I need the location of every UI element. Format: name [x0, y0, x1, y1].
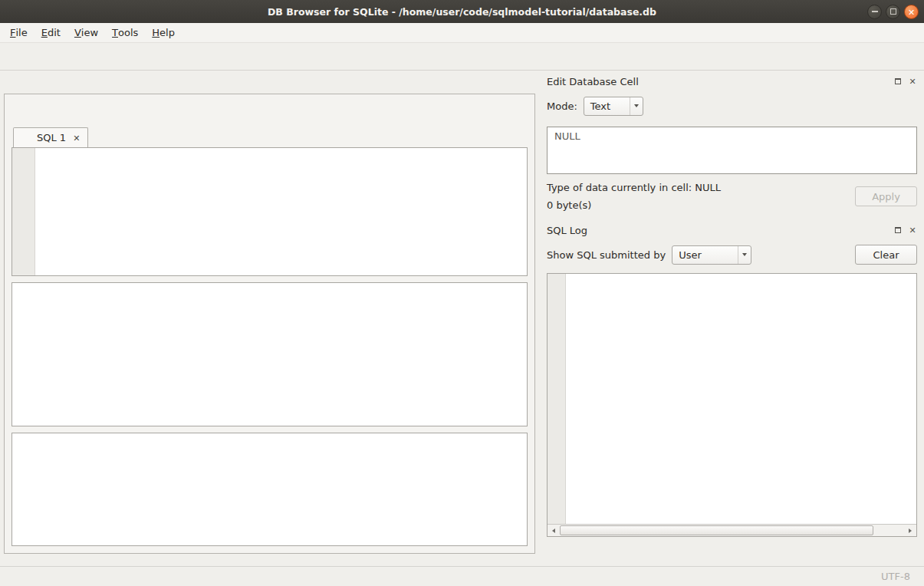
scroll-right-icon[interactable]: [904, 525, 916, 536]
clear-log-button[interactable]: Clear: [855, 245, 917, 265]
mode-dropdown[interactable]: Text: [584, 97, 643, 116]
close-panel-icon[interactable]: [908, 226, 917, 235]
results-message[interactable]: [12, 433, 528, 546]
sql-tab-label: SQL 1: [37, 132, 66, 143]
edit-cell-toolbar: Mode: Text: [547, 94, 917, 117]
sql-log-controls: Show SQL submitted by User Clear: [547, 243, 917, 266]
maximize-icon: [890, 8, 896, 15]
mode-value: Text: [590, 100, 610, 112]
app-window: DB Browser for SQLite - /home/user/code/…: [0, 0, 924, 586]
float-panel-icon[interactable]: [893, 226, 903, 235]
main-toolbar: [0, 43, 924, 71]
menu-edit[interactable]: Edit: [35, 23, 67, 42]
encoding-label: UTF-8: [881, 571, 910, 582]
right-pane: Edit Database Cell Mode: Text NULL: [541, 71, 924, 566]
menu-file[interactable]: File: [3, 23, 35, 42]
window-controls: [867, 0, 919, 23]
menu-view[interactable]: View: [67, 23, 105, 42]
minimize-icon: [872, 11, 878, 12]
sql-editor[interactable]: [12, 147, 528, 276]
sql-log-header-buttons: [893, 226, 917, 235]
log-filter-label: Show SQL submitted by: [547, 249, 666, 261]
edit-cell-title: Edit Database Cell: [547, 76, 639, 87]
close-icon: [908, 6, 915, 18]
editor-code: [35, 148, 527, 275]
sql-toolbar: [12, 98, 528, 124]
main-area: SQL 1 Edit Database Cell: [0, 71, 924, 566]
log-gutter: [547, 274, 566, 524]
log-code: [566, 274, 916, 524]
cell-size-label: 0 byte(s): [547, 199, 721, 211]
dock-tabs: [547, 544, 917, 565]
cell-value-text: NULL: [554, 130, 580, 142]
sql-tabbar: SQL 1: [12, 124, 528, 147]
float-panel-icon[interactable]: [893, 77, 903, 86]
log-filter-dropdown[interactable]: User: [672, 245, 751, 265]
execute-sql-panel: SQL 1: [4, 94, 535, 554]
cell-info: Type of data currently in cell: NULL 0 b…: [547, 182, 917, 211]
main-tabs: [0, 71, 541, 94]
close-window-button[interactable]: [904, 5, 919, 19]
edit-cell-header: Edit Database Cell: [547, 73, 917, 90]
scrollbar-track[interactable]: [560, 525, 904, 536]
left-pane: SQL 1: [0, 71, 541, 566]
menu-help[interactable]: Help: [145, 23, 182, 42]
apply-button[interactable]: Apply: [855, 186, 917, 206]
minimize-button[interactable]: [867, 5, 882, 19]
sql-log-area[interactable]: [547, 274, 916, 524]
mode-label: Mode:: [547, 100, 577, 112]
cell-type-label: Type of data currently in cell: NULL: [547, 182, 721, 193]
chevron-down-icon: [738, 246, 751, 264]
sql-log-box: [547, 273, 917, 537]
statusbar: UTF-8: [0, 566, 924, 586]
close-panel-icon[interactable]: [908, 77, 917, 86]
edit-cell-header-buttons: [893, 77, 917, 86]
window-title: DB Browser for SQLite - /home/user/code/…: [0, 6, 924, 18]
log-filter-value: User: [679, 249, 702, 261]
log-hscrollbar[interactable]: [547, 524, 916, 536]
menubar: FileEditViewToolsHelp: [0, 23, 924, 43]
menu-tools[interactable]: Tools: [105, 23, 145, 42]
cell-value-editor[interactable]: NULL: [547, 127, 917, 174]
scrollbar-thumb[interactable]: [560, 525, 873, 535]
editor-gutter: [12, 148, 35, 275]
sql-log-title: SQL Log: [547, 225, 587, 236]
close-tab-icon[interactable]: [71, 132, 80, 143]
sql-tab[interactable]: SQL 1: [13, 127, 88, 147]
maximize-button[interactable]: [886, 5, 900, 19]
sql-log-header: SQL Log: [547, 222, 917, 239]
scroll-left-icon[interactable]: [547, 525, 560, 536]
chevron-down-icon: [630, 97, 643, 115]
sql-file-icon: [21, 133, 32, 143]
results-table[interactable]: [12, 282, 528, 426]
titlebar: DB Browser for SQLite - /home/user/code/…: [0, 0, 924, 23]
